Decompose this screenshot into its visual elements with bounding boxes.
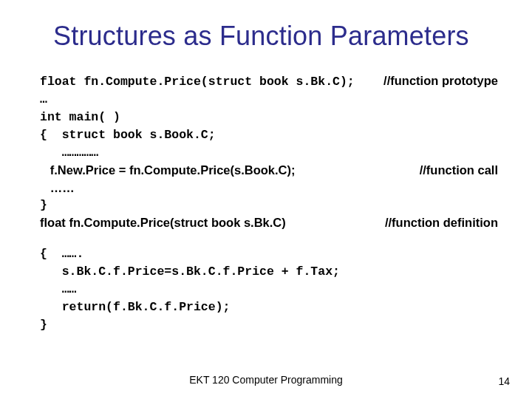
code-line-b1: { ……. [40,245,498,263]
code-prototype: float fn.Compute.Price(struct book s.Bk.… [40,73,362,91]
code-line-b3: …… [40,281,498,299]
code-line-5: …………… [40,144,498,162]
code-line-7: …… [40,180,498,197]
code-line-8: } [40,197,498,214]
slide-title: Structures as Function Parameters [53,21,498,52]
comment-definition: //function definition [376,214,498,232]
code-line-b4: return(f.Bk.C.f.Price); [40,299,498,316]
code-line-1: float fn.Compute.Price(struct book s.Bk.… [40,72,498,91]
code-body: { ……. s.Bk.C.f.Price=s.Bk.C.f.Price + f.… [40,245,498,334]
code-line-6: f.New.Price = fn.Compute.Price(s.Book.C)… [40,162,498,180]
code-line-3: int main( ) [40,109,498,126]
code-block: float fn.Compute.Price(struct book s.Bk.… [40,72,498,334]
page-number: 14 [498,375,510,387]
code-definition: float fn.Compute.Price(struct book s.Bk.… [40,214,286,232]
footer-text: EKT 120 Computer Programming [0,374,532,386]
code-call: f.New.Price = fn.Compute.Price(s.Book.C)… [40,162,296,180]
code-line-9: float fn.Compute.Price(struct book s.Bk.… [40,214,498,232]
code-line-2: … [40,91,498,109]
code-line-b2: s.Bk.C.f.Price=s.Bk.C.f.Price + f.Tax; [40,263,498,281]
code-line-4: { struct book s.Book.C; [40,126,498,144]
code-line-b5: } [40,316,498,334]
comment-call: //function call [411,162,498,180]
slide: Structures as Function Parameters float … [0,0,532,399]
comment-prototype: //function prototype [375,72,498,90]
